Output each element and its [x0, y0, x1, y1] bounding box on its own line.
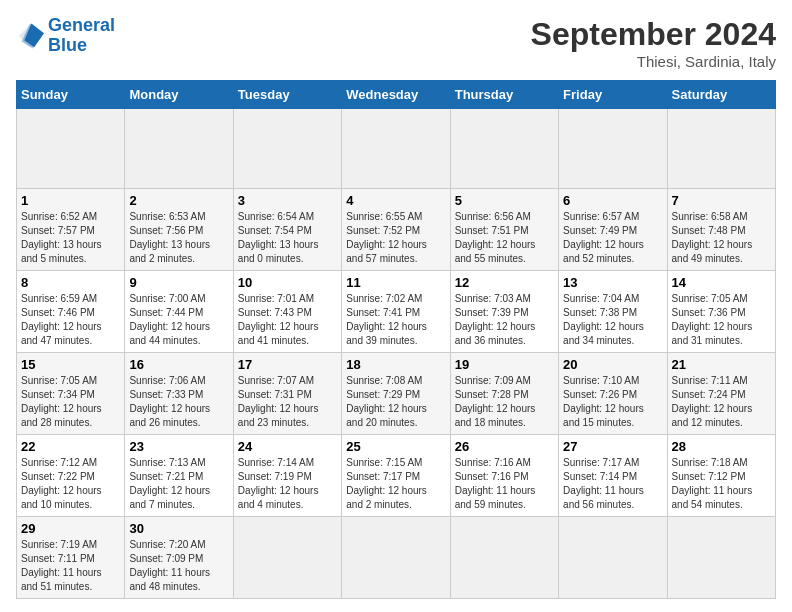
day-number: 27 — [563, 439, 662, 454]
day-info: Sunrise: 6:57 AMSunset: 7:49 PMDaylight:… — [563, 210, 662, 266]
day-number: 26 — [455, 439, 554, 454]
day-number: 8 — [21, 275, 120, 290]
day-info: Sunrise: 7:13 AMSunset: 7:21 PMDaylight:… — [129, 456, 228, 512]
calendar-cell: 13Sunrise: 7:04 AMSunset: 7:38 PMDayligh… — [559, 271, 667, 353]
day-info: Sunrise: 7:01 AMSunset: 7:43 PMDaylight:… — [238, 292, 337, 348]
calendar-cell: 9Sunrise: 7:00 AMSunset: 7:44 PMDaylight… — [125, 271, 233, 353]
column-header-friday: Friday — [559, 81, 667, 109]
calendar-cell: 23Sunrise: 7:13 AMSunset: 7:21 PMDayligh… — [125, 435, 233, 517]
day-number: 19 — [455, 357, 554, 372]
day-number: 2 — [129, 193, 228, 208]
day-info: Sunrise: 7:09 AMSunset: 7:28 PMDaylight:… — [455, 374, 554, 430]
day-number: 11 — [346, 275, 445, 290]
day-number: 24 — [238, 439, 337, 454]
day-number: 20 — [563, 357, 662, 372]
calendar-cell: 16Sunrise: 7:06 AMSunset: 7:33 PMDayligh… — [125, 353, 233, 435]
day-info: Sunrise: 6:54 AMSunset: 7:54 PMDaylight:… — [238, 210, 337, 266]
logo: General Blue — [16, 16, 115, 56]
logo-icon — [16, 22, 44, 50]
calendar-cell: 4Sunrise: 6:55 AMSunset: 7:52 PMDaylight… — [342, 189, 450, 271]
day-info: Sunrise: 7:07 AMSunset: 7:31 PMDaylight:… — [238, 374, 337, 430]
column-header-tuesday: Tuesday — [233, 81, 341, 109]
calendar-cell: 1Sunrise: 6:52 AMSunset: 7:57 PMDaylight… — [17, 189, 125, 271]
calendar-cell: 15Sunrise: 7:05 AMSunset: 7:34 PMDayligh… — [17, 353, 125, 435]
logo-blue: Blue — [48, 36, 115, 56]
calendar-cell: 28Sunrise: 7:18 AMSunset: 7:12 PMDayligh… — [667, 435, 775, 517]
calendar-cell: 26Sunrise: 7:16 AMSunset: 7:16 PMDayligh… — [450, 435, 558, 517]
logo-general: General — [48, 15, 115, 35]
calendar-cell: 24Sunrise: 7:14 AMSunset: 7:19 PMDayligh… — [233, 435, 341, 517]
day-number: 6 — [563, 193, 662, 208]
day-info: Sunrise: 6:59 AMSunset: 7:46 PMDaylight:… — [21, 292, 120, 348]
day-info: Sunrise: 7:03 AMSunset: 7:39 PMDaylight:… — [455, 292, 554, 348]
month-year-title: September 2024 — [531, 16, 776, 53]
day-info: Sunrise: 7:05 AMSunset: 7:36 PMDaylight:… — [672, 292, 771, 348]
column-header-saturday: Saturday — [667, 81, 775, 109]
calendar-cell: 14Sunrise: 7:05 AMSunset: 7:36 PMDayligh… — [667, 271, 775, 353]
calendar-cell: 29Sunrise: 7:19 AMSunset: 7:11 PMDayligh… — [17, 517, 125, 599]
title-block: September 2024 Thiesi, Sardinia, Italy — [531, 16, 776, 70]
calendar-table: SundayMondayTuesdayWednesdayThursdayFrid… — [16, 80, 776, 599]
calendar-cell — [125, 109, 233, 189]
calendar-cell — [559, 109, 667, 189]
day-number: 10 — [238, 275, 337, 290]
day-info: Sunrise: 7:04 AMSunset: 7:38 PMDaylight:… — [563, 292, 662, 348]
logo-text: General Blue — [48, 16, 115, 56]
day-info: Sunrise: 6:58 AMSunset: 7:48 PMDaylight:… — [672, 210, 771, 266]
column-header-monday: Monday — [125, 81, 233, 109]
calendar-cell: 27Sunrise: 7:17 AMSunset: 7:14 PMDayligh… — [559, 435, 667, 517]
day-info: Sunrise: 7:10 AMSunset: 7:26 PMDaylight:… — [563, 374, 662, 430]
calendar-cell: 7Sunrise: 6:58 AMSunset: 7:48 PMDaylight… — [667, 189, 775, 271]
day-info: Sunrise: 6:53 AMSunset: 7:56 PMDaylight:… — [129, 210, 228, 266]
calendar-cell: 8Sunrise: 6:59 AMSunset: 7:46 PMDaylight… — [17, 271, 125, 353]
day-number: 14 — [672, 275, 771, 290]
column-header-sunday: Sunday — [17, 81, 125, 109]
calendar-cell — [233, 109, 341, 189]
day-info: Sunrise: 7:17 AMSunset: 7:14 PMDaylight:… — [563, 456, 662, 512]
day-info: Sunrise: 7:08 AMSunset: 7:29 PMDaylight:… — [346, 374, 445, 430]
day-number: 28 — [672, 439, 771, 454]
day-number: 9 — [129, 275, 228, 290]
calendar-cell: 19Sunrise: 7:09 AMSunset: 7:28 PMDayligh… — [450, 353, 558, 435]
calendar-cell — [17, 109, 125, 189]
day-number: 12 — [455, 275, 554, 290]
calendar-cell — [667, 517, 775, 599]
calendar-cell — [342, 109, 450, 189]
calendar-cell: 11Sunrise: 7:02 AMSunset: 7:41 PMDayligh… — [342, 271, 450, 353]
calendar-week-row: 1Sunrise: 6:52 AMSunset: 7:57 PMDaylight… — [17, 189, 776, 271]
calendar-cell: 3Sunrise: 6:54 AMSunset: 7:54 PMDaylight… — [233, 189, 341, 271]
day-number: 23 — [129, 439, 228, 454]
calendar-cell — [450, 517, 558, 599]
day-info: Sunrise: 7:14 AMSunset: 7:19 PMDaylight:… — [238, 456, 337, 512]
day-info: Sunrise: 7:02 AMSunset: 7:41 PMDaylight:… — [346, 292, 445, 348]
calendar-cell: 21Sunrise: 7:11 AMSunset: 7:24 PMDayligh… — [667, 353, 775, 435]
day-number: 3 — [238, 193, 337, 208]
day-info: Sunrise: 7:15 AMSunset: 7:17 PMDaylight:… — [346, 456, 445, 512]
calendar-cell — [342, 517, 450, 599]
calendar-cell: 10Sunrise: 7:01 AMSunset: 7:43 PMDayligh… — [233, 271, 341, 353]
calendar-cell — [450, 109, 558, 189]
day-info: Sunrise: 7:16 AMSunset: 7:16 PMDaylight:… — [455, 456, 554, 512]
column-header-thursday: Thursday — [450, 81, 558, 109]
day-number: 25 — [346, 439, 445, 454]
calendar-cell: 6Sunrise: 6:57 AMSunset: 7:49 PMDaylight… — [559, 189, 667, 271]
calendar-cell: 22Sunrise: 7:12 AMSunset: 7:22 PMDayligh… — [17, 435, 125, 517]
day-number: 4 — [346, 193, 445, 208]
calendar-week-row: 15Sunrise: 7:05 AMSunset: 7:34 PMDayligh… — [17, 353, 776, 435]
day-info: Sunrise: 7:20 AMSunset: 7:09 PMDaylight:… — [129, 538, 228, 594]
calendar-cell — [233, 517, 341, 599]
day-number: 13 — [563, 275, 662, 290]
day-info: Sunrise: 6:55 AMSunset: 7:52 PMDaylight:… — [346, 210, 445, 266]
day-info: Sunrise: 7:05 AMSunset: 7:34 PMDaylight:… — [21, 374, 120, 430]
day-info: Sunrise: 7:12 AMSunset: 7:22 PMDaylight:… — [21, 456, 120, 512]
day-number: 16 — [129, 357, 228, 372]
calendar-cell: 17Sunrise: 7:07 AMSunset: 7:31 PMDayligh… — [233, 353, 341, 435]
calendar-week-row: 8Sunrise: 6:59 AMSunset: 7:46 PMDaylight… — [17, 271, 776, 353]
day-info: Sunrise: 7:19 AMSunset: 7:11 PMDaylight:… — [21, 538, 120, 594]
calendar-week-row — [17, 109, 776, 189]
day-number: 5 — [455, 193, 554, 208]
day-number: 7 — [672, 193, 771, 208]
day-info: Sunrise: 6:56 AMSunset: 7:51 PMDaylight:… — [455, 210, 554, 266]
day-info: Sunrise: 7:00 AMSunset: 7:44 PMDaylight:… — [129, 292, 228, 348]
calendar-cell: 30Sunrise: 7:20 AMSunset: 7:09 PMDayligh… — [125, 517, 233, 599]
